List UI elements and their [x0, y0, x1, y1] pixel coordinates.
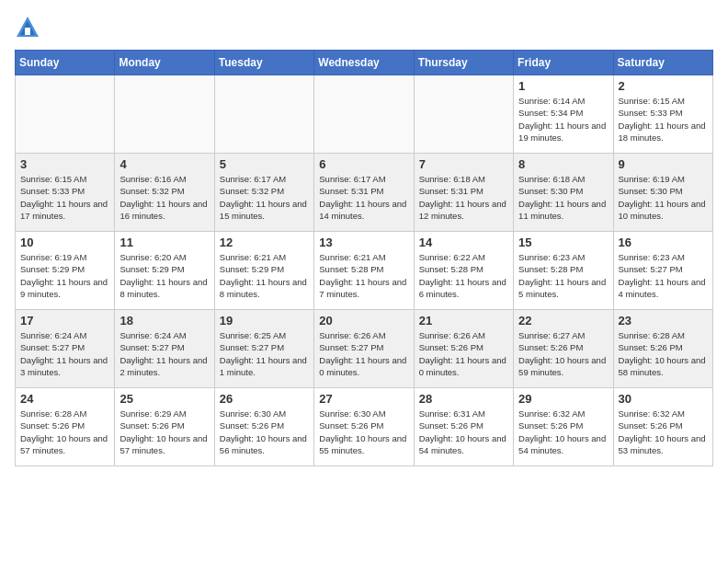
logo: [15, 15, 42, 40]
day-number: 17: [20, 314, 109, 327]
day-detail: Sunrise: 6:16 AM Sunset: 5:32 PM Dayligh…: [119, 173, 209, 222]
calendar-cell: 11Sunrise: 6:20 AM Sunset: 5:29 PM Dayli…: [115, 232, 214, 310]
day-detail: Sunrise: 6:23 AM Sunset: 5:27 PM Dayligh…: [619, 251, 708, 300]
calendar-cell: 19Sunrise: 6:25 AM Sunset: 5:27 PM Dayli…: [214, 310, 313, 388]
calendar-cell: 13Sunrise: 6:21 AM Sunset: 5:28 PM Dayli…: [314, 232, 414, 310]
day-number: 7: [419, 157, 508, 171]
day-detail: Sunrise: 6:19 AM Sunset: 5:30 PM Dayligh…: [619, 173, 708, 222]
day-detail: Sunrise: 6:15 AM Sunset: 5:33 PM Dayligh…: [20, 173, 109, 222]
day-number: 15: [518, 236, 608, 249]
calendar-cell: 14Sunrise: 6:22 AM Sunset: 5:28 PM Dayli…: [414, 232, 513, 310]
calendar-cell: 9Sunrise: 6:19 AM Sunset: 5:30 PM Daylig…: [613, 154, 712, 232]
weekday-header-monday: Monday: [115, 51, 214, 75]
day-number: 1: [518, 79, 608, 93]
weekday-header-tuesday: Tuesday: [214, 51, 313, 75]
day-number: 2: [619, 79, 708, 93]
day-detail: Sunrise: 6:29 AM Sunset: 5:26 PM Dayligh…: [119, 408, 209, 456]
logo-icon: [15, 15, 40, 40]
day-detail: Sunrise: 6:30 AM Sunset: 5:26 PM Dayligh…: [319, 408, 408, 456]
calendar-cell: 12Sunrise: 6:21 AM Sunset: 5:29 PM Dayli…: [214, 232, 313, 310]
calendar-table: SundayMondayTuesdayWednesdayThursdayFrid…: [15, 50, 713, 466]
calendar-cell: [115, 75, 214, 154]
day-detail: Sunrise: 6:27 AM Sunset: 5:26 PM Dayligh…: [518, 329, 608, 378]
calendar-cell: 28Sunrise: 6:31 AM Sunset: 5:26 PM Dayli…: [414, 388, 513, 466]
day-number: 8: [518, 157, 608, 171]
weekday-header-thursday: Thursday: [414, 51, 513, 75]
day-detail: Sunrise: 6:32 AM Sunset: 5:26 PM Dayligh…: [619, 408, 708, 456]
calendar-cell: 10Sunrise: 6:19 AM Sunset: 5:29 PM Dayli…: [16, 232, 115, 310]
calendar-cell: 3Sunrise: 6:15 AM Sunset: 5:33 PM Daylig…: [16, 154, 115, 232]
weekday-header-friday: Friday: [514, 51, 613, 75]
day-detail: Sunrise: 6:24 AM Sunset: 5:27 PM Dayligh…: [119, 329, 209, 378]
day-detail: Sunrise: 6:31 AM Sunset: 5:26 PM Dayligh…: [419, 408, 508, 456]
calendar-cell: [414, 75, 513, 154]
calendar-cell: 16Sunrise: 6:23 AM Sunset: 5:27 PM Dayli…: [613, 232, 712, 310]
calendar-cell: 1Sunrise: 6:14 AM Sunset: 5:34 PM Daylig…: [514, 75, 613, 154]
calendar-cell: 25Sunrise: 6:29 AM Sunset: 5:26 PM Dayli…: [115, 388, 214, 466]
calendar-cell: 29Sunrise: 6:32 AM Sunset: 5:26 PM Dayli…: [514, 388, 613, 466]
day-detail: Sunrise: 6:32 AM Sunset: 5:26 PM Dayligh…: [518, 408, 608, 456]
calendar-week-2: 3Sunrise: 6:15 AM Sunset: 5:33 PM Daylig…: [16, 154, 713, 232]
day-number: 12: [220, 236, 309, 249]
calendar-cell: 30Sunrise: 6:32 AM Sunset: 5:26 PM Dayli…: [613, 388, 712, 466]
day-detail: Sunrise: 6:15 AM Sunset: 5:33 PM Dayligh…: [619, 95, 708, 144]
day-detail: Sunrise: 6:23 AM Sunset: 5:28 PM Dayligh…: [518, 251, 608, 300]
day-detail: Sunrise: 6:18 AM Sunset: 5:30 PM Dayligh…: [518, 173, 608, 222]
calendar-week-5: 24Sunrise: 6:28 AM Sunset: 5:26 PM Dayli…: [16, 388, 713, 466]
calendar-cell: 2Sunrise: 6:15 AM Sunset: 5:33 PM Daylig…: [613, 75, 712, 154]
day-number: 5: [220, 157, 309, 171]
day-number: 11: [119, 236, 209, 249]
calendar-cell: 17Sunrise: 6:24 AM Sunset: 5:27 PM Dayli…: [16, 310, 115, 388]
svg-rect-2: [25, 28, 30, 35]
day-number: 19: [220, 314, 309, 327]
day-detail: Sunrise: 6:28 AM Sunset: 5:26 PM Dayligh…: [619, 329, 708, 378]
day-number: 23: [619, 314, 708, 327]
calendar-cell: 26Sunrise: 6:30 AM Sunset: 5:26 PM Dayli…: [214, 388, 313, 466]
day-number: 27: [319, 392, 408, 406]
calendar-cell: 20Sunrise: 6:26 AM Sunset: 5:27 PM Dayli…: [314, 310, 414, 388]
calendar-cell: 18Sunrise: 6:24 AM Sunset: 5:27 PM Dayli…: [115, 310, 214, 388]
day-detail: Sunrise: 6:17 AM Sunset: 5:32 PM Dayligh…: [220, 173, 309, 222]
calendar-week-1: 1Sunrise: 6:14 AM Sunset: 5:34 PM Daylig…: [16, 75, 713, 154]
day-number: 22: [518, 314, 608, 327]
day-number: 14: [419, 236, 508, 249]
day-number: 4: [119, 157, 209, 171]
calendar-cell: 8Sunrise: 6:18 AM Sunset: 5:30 PM Daylig…: [514, 154, 613, 232]
calendar-cell: 22Sunrise: 6:27 AM Sunset: 5:26 PM Dayli…: [514, 310, 613, 388]
day-number: 6: [319, 157, 408, 171]
calendar-cell: 21Sunrise: 6:26 AM Sunset: 5:26 PM Dayli…: [414, 310, 513, 388]
day-detail: Sunrise: 6:17 AM Sunset: 5:31 PM Dayligh…: [319, 173, 408, 222]
day-detail: Sunrise: 6:19 AM Sunset: 5:29 PM Dayligh…: [20, 251, 109, 300]
calendar-cell: 23Sunrise: 6:28 AM Sunset: 5:26 PM Dayli…: [613, 310, 712, 388]
day-number: 13: [319, 236, 408, 249]
day-detail: Sunrise: 6:25 AM Sunset: 5:27 PM Dayligh…: [220, 329, 309, 378]
day-detail: Sunrise: 6:14 AM Sunset: 5:34 PM Dayligh…: [518, 95, 608, 144]
day-detail: Sunrise: 6:22 AM Sunset: 5:28 PM Dayligh…: [419, 251, 508, 300]
calendar-cell: 27Sunrise: 6:30 AM Sunset: 5:26 PM Dayli…: [314, 388, 414, 466]
calendar-cell: [314, 75, 414, 154]
calendar-cell: 15Sunrise: 6:23 AM Sunset: 5:28 PM Dayli…: [514, 232, 613, 310]
calendar-cell: 24Sunrise: 6:28 AM Sunset: 5:26 PM Dayli…: [16, 388, 115, 466]
day-detail: Sunrise: 6:21 AM Sunset: 5:28 PM Dayligh…: [319, 251, 408, 300]
calendar-header-row: SundayMondayTuesdayWednesdayThursdayFrid…: [16, 51, 713, 75]
day-number: 28: [419, 392, 508, 406]
day-number: 10: [20, 236, 109, 249]
day-number: 29: [518, 392, 608, 406]
day-detail: Sunrise: 6:28 AM Sunset: 5:26 PM Dayligh…: [20, 408, 109, 456]
day-number: 3: [20, 157, 109, 171]
day-number: 20: [319, 314, 408, 327]
calendar-week-4: 17Sunrise: 6:24 AM Sunset: 5:27 PM Dayli…: [16, 310, 713, 388]
day-number: 9: [619, 157, 708, 171]
weekday-header-sunday: Sunday: [16, 51, 115, 75]
day-number: 18: [119, 314, 209, 327]
weekday-header-wednesday: Wednesday: [314, 51, 414, 75]
day-detail: Sunrise: 6:26 AM Sunset: 5:26 PM Dayligh…: [419, 329, 508, 378]
day-detail: Sunrise: 6:30 AM Sunset: 5:26 PM Dayligh…: [220, 408, 309, 456]
day-detail: Sunrise: 6:24 AM Sunset: 5:27 PM Dayligh…: [20, 329, 109, 378]
calendar-cell: 5Sunrise: 6:17 AM Sunset: 5:32 PM Daylig…: [214, 154, 313, 232]
day-number: 25: [119, 392, 209, 406]
calendar-cell: [214, 75, 313, 154]
calendar-cell: [16, 75, 115, 154]
calendar-cell: 6Sunrise: 6:17 AM Sunset: 5:31 PM Daylig…: [314, 154, 414, 232]
weekday-header-saturday: Saturday: [613, 51, 712, 75]
